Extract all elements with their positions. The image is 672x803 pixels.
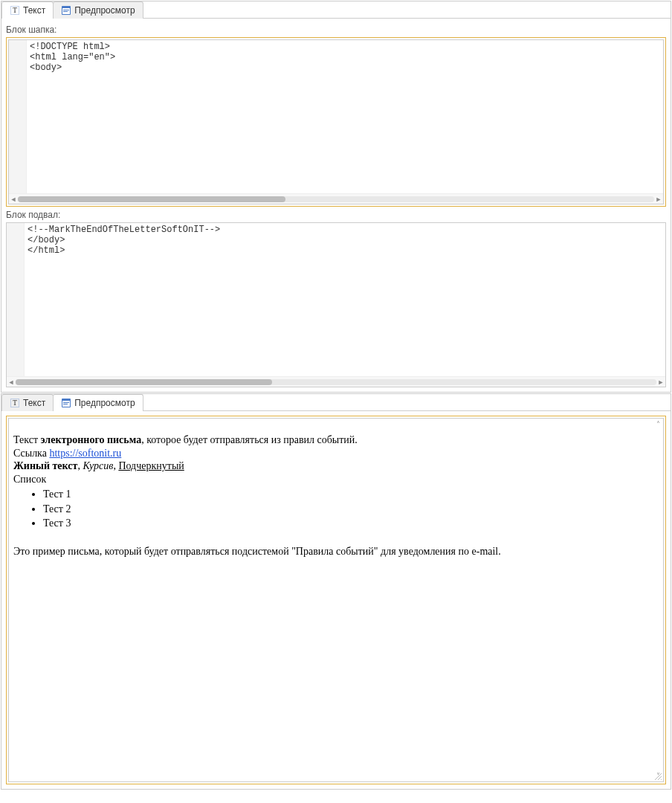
tab-text-bottom-label: Текст (23, 398, 45, 408)
resize-grip-icon[interactable] (653, 772, 662, 781)
tab-text-label: Текст (23, 5, 45, 16)
scroll-left-icon[interactable]: ◄ (9, 196, 18, 203)
preview-line-2: Ссылка https://softonit.ru (13, 447, 659, 460)
svg-rect-10 (63, 402, 69, 403)
preview-frame: Текст электронного письма, которое будет… (6, 416, 666, 784)
tab-preview-bottom-label: Предпросмотр (74, 398, 135, 408)
footer-code-text[interactable]: <!--MarkTheEndOfTheLetterSoftOnIT--> </b… (25, 223, 665, 376)
scroll-up-icon[interactable]: ˄ (656, 420, 660, 428)
preview-viewport: Текст электронного письма, которое будет… (8, 418, 664, 782)
preview-list: Тест 1 Тест 2 Тест 3 (43, 487, 659, 531)
preview-icon (61, 398, 71, 408)
list-item: Тест 1 (43, 487, 659, 502)
preview-link[interactable]: https://softonit.ru (49, 448, 121, 459)
bottom-tabs: T Текст Предпросмотр (1, 394, 671, 411)
svg-rect-11 (63, 404, 68, 404)
footer-scroll-track[interactable] (16, 379, 656, 385)
scroll-left-icon[interactable]: ◄ (7, 378, 16, 386)
header-block-label: Блок шапка: (6, 25, 666, 35)
text-icon: T (10, 398, 20, 408)
svg-rect-5 (63, 11, 68, 12)
preview-content: Текст электронного письма, которое будет… (9, 419, 663, 563)
svg-text:T: T (13, 399, 17, 407)
bottom-tab-body: Текст электронного письма, которое будет… (1, 410, 671, 789)
header-gutter (9, 40, 27, 193)
preview-paragraph: Это пример письма, который будет отправл… (13, 545, 659, 558)
header-code-editor[interactable]: <!DOCTYPE html> <html lang="en"> <body> … (8, 39, 664, 204)
top-tabs: T Текст Предпросмотр (1, 1, 671, 19)
preview-line-4: Список (13, 473, 659, 486)
text-icon: T (10, 5, 20, 16)
tab-preview-bottom[interactable]: Предпросмотр (53, 394, 143, 411)
list-item: Тест 2 (43, 502, 659, 517)
header-scroll-thumb[interactable] (18, 196, 285, 202)
header-hscrollbar[interactable]: ◄ ► (9, 193, 663, 204)
footer-hscrollbar[interactable]: ◄ ► (7, 376, 665, 387)
header-code-text[interactable]: <!DOCTYPE html> <html lang="en"> <body> (27, 40, 663, 193)
preview-icon (61, 5, 71, 16)
footer-code-editor[interactable]: <!--MarkTheEndOfTheLetterSoftOnIT--> </b… (6, 222, 666, 387)
svg-line-14 (661, 779, 662, 780)
tab-text[interactable]: T Текст (1, 1, 54, 19)
footer-scroll-thumb[interactable] (16, 379, 272, 385)
scroll-right-icon[interactable]: ► (654, 196, 663, 203)
svg-text:T: T (13, 6, 17, 14)
scroll-right-icon[interactable]: ► (656, 378, 665, 386)
preview-line-3: Жиный текст, Курсив, Подчеркнутый (13, 459, 659, 473)
svg-line-12 (655, 773, 662, 780)
tab-preview[interactable]: Предпросмотр (53, 1, 143, 19)
tab-preview-label: Предпросмотр (74, 5, 135, 16)
svg-rect-4 (63, 10, 69, 10)
top-panel: T Текст Предпросмотр Блок шапка: <!DOCTY… (1, 1, 671, 393)
list-item: Тест 3 (43, 516, 659, 531)
top-tab-body: Блок шапка: <!DOCTYPE html> <html lang="… (1, 18, 671, 392)
preview-line-1: Текст электронного письма, которое будет… (13, 433, 659, 447)
footer-block-label: Блок подвал: (6, 210, 666, 220)
bottom-panel: T Текст Предпросмотр Текст электронного … (1, 393, 671, 790)
header-code-frame: <!DOCTYPE html> <html lang="en"> <body> … (6, 37, 666, 207)
tab-text-bottom[interactable]: T Текст (1, 394, 54, 411)
footer-gutter (7, 223, 25, 376)
preview-vscrollbar[interactable]: ˄ ˅ (653, 419, 663, 781)
header-scroll-track[interactable] (18, 196, 654, 202)
